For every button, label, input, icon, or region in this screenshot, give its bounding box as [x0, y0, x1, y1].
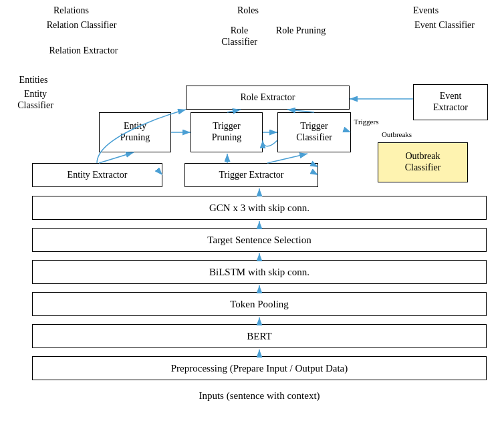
roles-category: Roles — [237, 5, 259, 16]
entity-pruning-box: EntityPruning — [99, 112, 171, 152]
relations-category: Relations — [53, 5, 89, 16]
trigger-classifier-box: TriggerClassifier — [277, 112, 351, 152]
trigger-pruning-box: TriggerPruning — [191, 112, 263, 152]
triggers-label: Triggers — [346, 118, 386, 126]
target-layer: Target Sentence Selection — [32, 228, 487, 252]
token-pooling-layer: Token Pooling — [32, 292, 487, 316]
entity-extractor-box: Entity Extractor — [32, 163, 162, 187]
bert-layer: BERT — [32, 324, 487, 348]
event-classifier-label: Event Classifier — [408, 20, 481, 31]
gcn-layer: GCN x 3 with skip conn. — [32, 196, 487, 220]
relation-extractor-label: Relation Extractor — [30, 45, 137, 57]
relation-classifier-label: Relation Classifier — [28, 20, 135, 31]
outbreaks-label: Outbreaks — [372, 130, 422, 139]
role-classifier-label: Role Classifier — [213, 25, 266, 48]
events-category: Events — [413, 5, 438, 16]
preprocessing-layer: Preprocessing (Prepare Input / Output Da… — [32, 356, 487, 380]
outbreak-classifier-box: OutbreakClassifier — [378, 142, 468, 182]
svg-line-5 — [267, 154, 307, 163]
role-extractor-box: Role Extractor — [186, 86, 350, 110]
bilstm-layer: BiLSTM with skip conn. — [32, 260, 487, 284]
entities-label: Entities — [7, 75, 60, 86]
event-extractor-box: EventExtractor — [413, 84, 488, 120]
architecture-diagram: Relations Roles Events Relation Classifi… — [0, 0, 504, 421]
role-pruning-label: Role Pruning — [274, 25, 328, 37]
inputs-label: Inputs (sentence with context) — [32, 390, 487, 402]
trigger-extractor-box: Trigger Extractor — [184, 163, 318, 187]
entity-classifier-label: EntityClassifier — [5, 89, 66, 112]
svg-line-3 — [99, 152, 134, 163]
